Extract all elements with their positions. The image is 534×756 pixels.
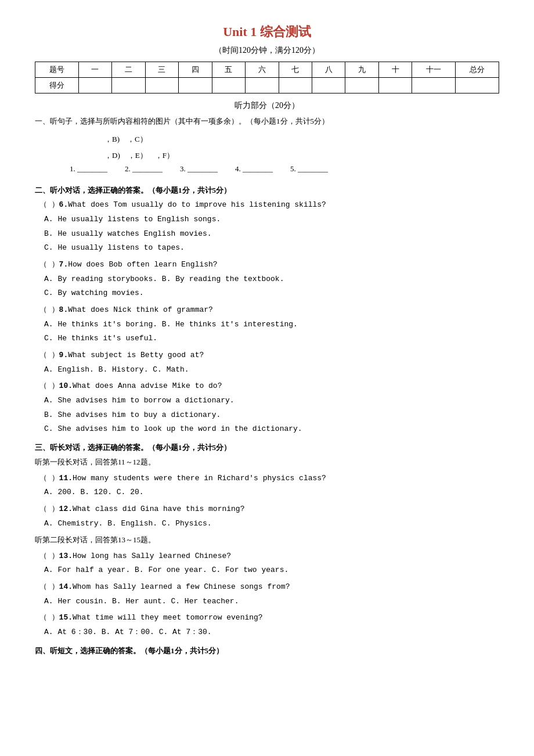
blank-item: 2. ________: [125, 164, 163, 174]
question-line: （ ）8.What does Nick think of grammar?: [35, 303, 499, 318]
blanks-row: 1. ________2. ________3. ________4. ____…: [70, 164, 499, 174]
dialog2-intro: 听第二段长对话，回答第13～15题。: [35, 533, 499, 546]
dialog1-intro: 听第一段长对话，回答第11～12题。: [35, 455, 499, 469]
options-block: A. Her cousin. B. Her aunt. C. Her teach…: [44, 595, 499, 609]
score-label: 得分: [35, 78, 79, 93]
question-block: （ ）11.How many students were there in Ri…: [35, 471, 499, 500]
q-num: 12.: [59, 505, 73, 513]
part2-questions: （ ）6.What does Tom usually do to improve…: [35, 198, 499, 437]
paren: （ ）: [35, 505, 59, 513]
score-header-cell: 题号: [35, 62, 79, 78]
score-header-cell: 四: [179, 62, 212, 78]
blank-item: 4. ________: [235, 164, 273, 174]
score-header-cell: 一: [78, 62, 111, 78]
options-block: A. At 6：30. B. At 7：00. C. At 7：30.: [44, 625, 499, 640]
question-block: （ ）9.What subject is Betty good at?A. En…: [35, 348, 499, 377]
q-num: 6.: [59, 200, 68, 209]
score-table: 题号一二三四五六七八九十十一总分 得分: [35, 62, 499, 93]
part3-header: 三、听长对话，选择正确的答案。（每小题1分，共计5分）: [35, 442, 499, 453]
score-header-cell: 三: [145, 62, 178, 78]
question-line: （ ）12.What class did Gina have this morn…: [35, 502, 499, 517]
question-block: （ ）7.How does Bob often learn English?A.…: [35, 258, 499, 301]
img-row2: ，D) ，E） ，F）: [104, 149, 499, 162]
part3-d2-questions: （ ）13.How long has Sally learned Chinese…: [35, 549, 499, 640]
paren: （ ）: [35, 381, 59, 390]
q-num: 10.: [59, 381, 73, 390]
paren: （ ）: [35, 613, 59, 622]
paren: （ ）: [35, 305, 59, 314]
options-block: A. He thinks it's boring. B. He thinks i…: [44, 318, 499, 346]
score-header-cell: 十一: [412, 62, 456, 78]
q-num: 15.: [59, 613, 73, 622]
paren: （ ）: [35, 582, 59, 591]
listening-title: 听力部分（20分）: [35, 100, 499, 111]
question-line: （ ）7.How does Bob often learn English?: [35, 258, 499, 272]
option-item: C. By watching movies.: [44, 286, 499, 301]
blank-item: 5. ________: [290, 164, 328, 174]
question-line: （ ）14.Whom has Sally learned a few Chine…: [35, 580, 499, 595]
q-num: 7.: [59, 260, 68, 269]
paren: （ ）: [35, 200, 59, 209]
option-item: A. Chemistry. B. English. C. Physics.: [44, 517, 499, 531]
question-block: （ ）12.What class did Gina have this morn…: [35, 502, 499, 531]
question-block: （ ）6.What does Tom usually do to improve…: [35, 198, 499, 255]
question-line: （ ）11.How many students were there in Ri…: [35, 471, 499, 486]
img-row1: ，B) ，C）: [104, 132, 499, 146]
option-item: A. He thinks it's boring. B. He thinks i…: [44, 318, 499, 332]
options-block: A. For half a year. B. For one year. C. …: [44, 563, 499, 578]
score-header-cell: 六: [246, 62, 279, 78]
option-item: A. 200. B. 120. C. 20.: [44, 485, 499, 500]
options-block: A. She advises him to borrow a dictionar…: [44, 394, 499, 437]
score-header-cell: 八: [312, 62, 345, 78]
option-item: A. She advises him to borrow a dictionar…: [44, 394, 499, 408]
paren: （ ）: [35, 260, 59, 269]
options-block: A. English. B. History. C. Math.: [44, 363, 499, 377]
part1-instruction: 一、听句子，选择与所听内容相符的图片（其中有一项多余）。（每小题1分，共计5分）: [35, 114, 499, 128]
option-item: A. Her cousin. B. Her aunt. C. Her teach…: [44, 595, 499, 609]
option-item: B. He usually watches English movies.: [44, 227, 499, 242]
blank-item: 3. ________: [180, 164, 218, 174]
options-block: A. Chemistry. B. English. C. Physics.: [44, 517, 499, 531]
part2-header: 二、听小对话，选择正确的答案。（每小题1分，共计5分）: [35, 185, 499, 196]
q-num: 8.: [59, 305, 68, 314]
subtitle: （时间120分钟，满分120分）: [35, 45, 499, 56]
question-line: （ ）15.What time will they meet tomorrow …: [35, 611, 499, 625]
option-item: C. He usually listens to tapes.: [44, 241, 499, 255]
question-block: （ ）13.How long has Sally learned Chinese…: [35, 549, 499, 578]
score-header-cell: 二: [112, 62, 145, 78]
part3-d1-questions: （ ）11.How many students were there in Ri…: [35, 471, 499, 531]
question-line: （ ）10.What does Anna advise Mike to do?: [35, 379, 499, 394]
option-item: C. He thinks it's useful.: [44, 332, 499, 346]
score-header-cell: 九: [345, 62, 378, 78]
option-item: B. She advises him to buy a dictionary.: [44, 408, 499, 423]
paren: （ ）: [35, 351, 59, 359]
option-item: A. By reading storybooks. B. By reading …: [44, 272, 499, 287]
options-block: A. By reading storybooks. B. By reading …: [44, 272, 499, 301]
question-line: （ ）6.What does Tom usually do to improve…: [35, 198, 499, 213]
q-num: 9.: [59, 351, 68, 359]
blank-item: 1. ________: [70, 164, 107, 174]
score-header-cell: 十: [378, 62, 412, 78]
options-block: A. 200. B. 120. C. 20.: [44, 485, 499, 500]
q-num: 14.: [59, 582, 73, 591]
score-header-cell: 总分: [456, 62, 499, 78]
page-title: Unit 1 综合测试: [35, 23, 499, 41]
options-block: A. He usually listens to English songs.B…: [44, 213, 499, 255]
question-block: （ ）10.What does Anna advise Mike to do?A…: [35, 379, 499, 437]
question-block: （ ）15.What time will they meet tomorrow …: [35, 611, 499, 639]
option-item: A. He usually listens to English songs.: [44, 213, 499, 227]
q-num: 11.: [59, 474, 73, 483]
option-item: A. At 6：30. B. At 7：00. C. At 7：30.: [44, 625, 499, 640]
part4-header: 四、听短文，选择正确的答案。（每小题1分，共计5分）: [35, 646, 499, 656]
question-block: （ ）8.What does Nick think of grammar?A. …: [35, 303, 499, 346]
q-num: 13.: [59, 552, 73, 560]
score-header-cell: 七: [279, 62, 312, 78]
score-header-cell: 五: [212, 62, 245, 78]
question-block: （ ）14.Whom has Sally learned a few Chine…: [35, 580, 499, 609]
option-item: A. English. B. History. C. Math.: [44, 363, 499, 377]
paren: （ ）: [35, 552, 59, 560]
question-line: （ ）9.What subject is Betty good at?: [35, 348, 499, 363]
option-item: C. She advises him to look up the word i…: [44, 422, 499, 437]
option-item: A. For half a year. B. For one year. C. …: [44, 563, 499, 578]
paren: （ ）: [35, 474, 59, 483]
